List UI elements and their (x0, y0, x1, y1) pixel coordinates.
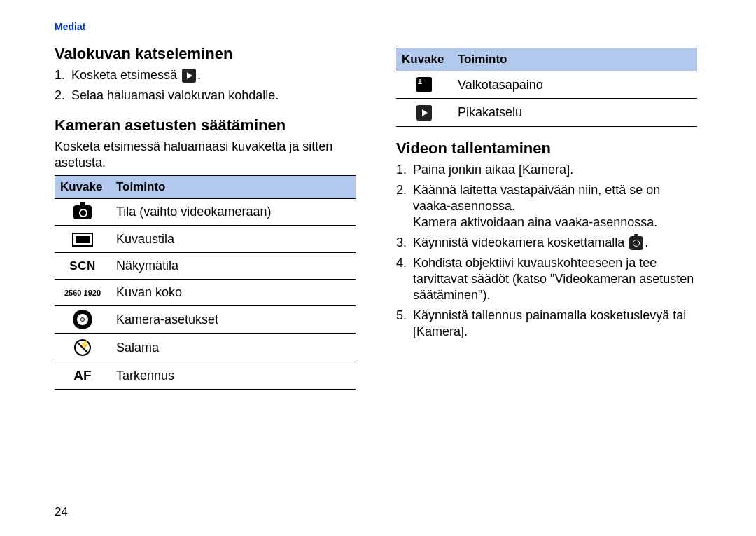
table-row: ±Valkotasapaino (396, 71, 697, 99)
table-row: Salama (55, 334, 356, 362)
function-cell: Salama (111, 334, 356, 362)
section-header: Mediat (55, 21, 701, 32)
table-header-func: Toiminto (111, 176, 356, 199)
step-number: 2. (396, 182, 413, 198)
table-header-icon: Kuvake (396, 48, 452, 71)
function-cell: Tila (vaihto videokameraan) (111, 199, 356, 226)
step-number: 4. (396, 255, 413, 271)
function-cell: Pikakatselu (452, 99, 697, 126)
step-text: Selaa haluamasi valokuvan kohdalle. (71, 88, 356, 104)
icon-cell (55, 334, 111, 362)
icon-cell (396, 99, 452, 126)
scn-icon: SCN (69, 259, 95, 273)
table-row: Kuvaustila (55, 226, 356, 252)
step-text: Paina jonkin aikaa [Kamera]. (413, 162, 697, 178)
step-text: Käynnistä tallennus painamalla kosketusl… (413, 308, 697, 340)
function-cell: Näkymätila (111, 252, 356, 279)
content-columns: Valokuvan katseleminen 1.Kosketa etsimes… (55, 45, 701, 390)
ev-icon: ± (416, 77, 432, 92)
page-number: 24 (55, 505, 68, 519)
function-cell: Valkotasapaino (452, 71, 697, 99)
list-item: 2.Selaa haluamasi valokuvan kohdalle. (55, 88, 356, 104)
icon-cell: AF (55, 362, 111, 390)
list-item: 4.Kohdista objektiivi kuvauskohteeseen j… (396, 255, 697, 303)
table-row: AFTarkennus (55, 362, 356, 390)
gear-icon (75, 312, 90, 327)
step-number: 2. (55, 88, 71, 104)
view-steps-list: 1.Kosketa etsimessä .2.Selaa haluamasi v… (55, 67, 356, 104)
table-row: Kamera-asetukset (55, 305, 356, 333)
af-icon: AF (74, 368, 91, 383)
step-text: Käännä laitetta vastapäivään niin, että … (413, 182, 697, 231)
list-item: 5.Käynnistä tallennus painamalla kosketu… (396, 308, 697, 340)
function-cell: Kamera-asetukset (111, 305, 356, 333)
icon-cell (55, 305, 111, 333)
left-column: Valokuvan katseleminen 1.Kosketa etsimes… (55, 45, 356, 390)
icon-cell: SCN (55, 252, 111, 279)
play-small-icon (416, 105, 432, 121)
list-item: 2.Käännä laitetta vastapäivään niin, ett… (396, 182, 697, 231)
table-row: Pikakatselu (396, 99, 697, 126)
video-steps-list: 1.Paina jonkin aikaa [Kamera].2.Käännä l… (396, 162, 697, 340)
heading-view-photo: Valokuvan katseleminen (55, 45, 356, 63)
step-text: Kosketa etsimessä . (71, 67, 356, 83)
step-number: 1. (396, 162, 413, 178)
heading-camera-settings: Kameran asetusten säätäminen (55, 116, 356, 135)
table-row: 2560 1920Kuvan koko (55, 279, 356, 305)
camera-solid-icon (74, 205, 92, 219)
step-number: 1. (55, 67, 71, 83)
function-cell: Kuvaustila (111, 226, 356, 252)
icon-cell: ± (396, 71, 452, 99)
table-row: Tila (vaihto videokameraan) (55, 199, 356, 226)
step-text: Kohdista objektiivi kuvauskohteeseen ja … (413, 255, 697, 303)
icon-cell: 2560 1920 (55, 279, 111, 305)
list-item: 1.Paina jonkin aikaa [Kamera]. (396, 162, 697, 178)
table-header-func: Toiminto (452, 48, 697, 71)
camera-settings-table: Kuvake Toiminto Tila (vaihto videokamera… (55, 175, 356, 390)
camera-icon (629, 236, 643, 250)
play-icon (182, 69, 196, 83)
icon-cell (55, 199, 111, 226)
step-number: 5. (396, 308, 413, 324)
table-row: SCNNäkymätila (55, 252, 356, 279)
size-icon: 2560 1920 (64, 289, 101, 296)
camera-settings-table-cont: Kuvake Toiminto ±ValkotasapainoPikakatse… (396, 48, 697, 127)
function-cell: Tarkennus (111, 362, 356, 390)
step-text: Käynnistä videokamera koskettamalla . (413, 235, 697, 251)
list-item: 1.Kosketa etsimessä . (55, 67, 356, 83)
icon-cell (55, 226, 111, 252)
table-header-icon: Kuvake (55, 176, 111, 199)
heading-video-record: Videon tallentaminen (396, 139, 697, 158)
rect-fill-icon (72, 233, 93, 247)
noflash-icon (74, 339, 91, 356)
step-number: 3. (396, 235, 413, 251)
list-item: 3.Käynnistä videokamera koskettamalla . (396, 235, 697, 251)
right-column: Kuvake Toiminto ±ValkotasapainoPikakatse… (396, 45, 697, 390)
function-cell: Kuvan koko (111, 279, 356, 305)
settings-intro: Kosketa etsimessä haluamaasi kuvaketta j… (55, 139, 356, 171)
